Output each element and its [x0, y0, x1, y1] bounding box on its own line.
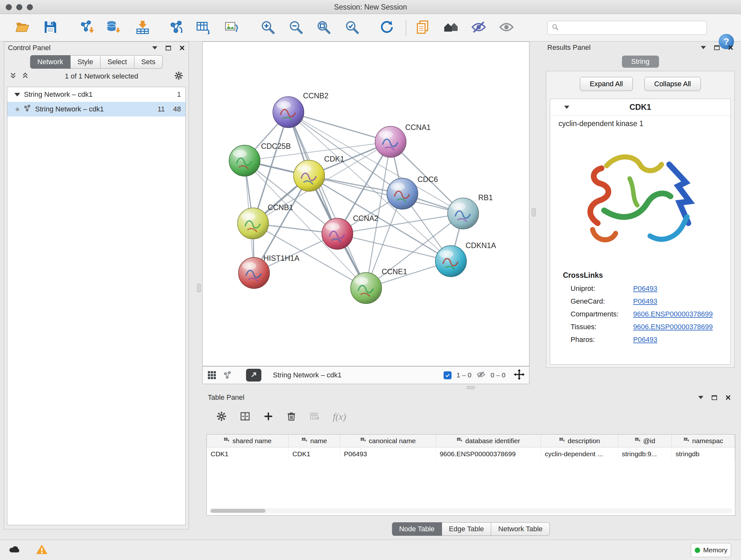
- table-row[interactable]: CDK1 CDK1 P06493 9606.ENSP00000378699 cy…: [207, 447, 735, 461]
- collection-count: 1: [177, 90, 181, 99]
- network-node-cdc25b[interactable]: CDC25B: [229, 142, 291, 176]
- network-node-ccna1[interactable]: CCNA1: [375, 123, 430, 158]
- show-graphics-button[interactable]: [496, 16, 517, 39]
- import-table-button[interactable]: [132, 16, 153, 39]
- memory-button[interactable]: Memory: [691, 543, 731, 557]
- column-header[interactable]: database identifier: [436, 435, 541, 447]
- home-view-button[interactable]: [440, 16, 461, 39]
- collapse-card-icon[interactable]: [564, 106, 569, 109]
- network-edge[interactable]: [288, 112, 391, 142]
- network-node-rb1[interactable]: RB1: [448, 193, 493, 229]
- import-network-file-button[interactable]: [76, 16, 97, 39]
- hide-graphics-button[interactable]: [468, 16, 489, 39]
- close-panel-icon[interactable]: ×: [179, 45, 185, 51]
- zoom-out-button[interactable]: [285, 16, 307, 39]
- node-label: CCNB2: [303, 91, 328, 100]
- tab-network[interactable]: Network: [30, 55, 71, 69]
- panel-menu-icon[interactable]: [152, 46, 157, 50]
- selected-checkbox-icon[interactable]: [444, 371, 452, 379]
- splitter-handle-right[interactable]: [532, 208, 536, 216]
- tab-style[interactable]: Style: [71, 55, 100, 69]
- open-in-window-button[interactable]: [246, 369, 261, 381]
- network-glyph-icon[interactable]: [222, 370, 232, 380]
- expand-all-button[interactable]: Expand All: [580, 77, 633, 91]
- close-panel-icon[interactable]: ×: [728, 44, 733, 51]
- database-import-icon: [106, 19, 121, 36]
- network-selection-status: 1 of 1 Network selected: [33, 72, 170, 80]
- column-header[interactable]: description: [541, 435, 618, 447]
- search-input[interactable]: [562, 24, 703, 32]
- expand-all-icon[interactable]: [21, 71, 29, 81]
- create-column-button[interactable]: [263, 411, 273, 422]
- column-header[interactable]: namespac: [672, 435, 735, 447]
- float-panel-icon[interactable]: [714, 45, 720, 50]
- network-tree: String Network – cdk1 1 String Network –…: [7, 87, 186, 525]
- titlebar: Session: New Session: [0, 0, 741, 14]
- refresh-button[interactable]: [376, 16, 397, 39]
- column-header[interactable]: canonical name: [340, 435, 436, 447]
- tab-node-table[interactable]: Node Table: [392, 522, 442, 536]
- horizontal-scrollbar[interactable]: [209, 508, 732, 513]
- save-session-button[interactable]: [40, 16, 61, 39]
- open-session-button[interactable]: [12, 16, 33, 39]
- float-panel-icon[interactable]: [712, 395, 717, 400]
- column-header[interactable]: shared name: [207, 435, 288, 447]
- memory-status-dot: [695, 548, 700, 553]
- delete-table-button-disabled[interactable]: [309, 411, 320, 423]
- tab-select[interactable]: Select: [100, 55, 134, 69]
- column-header[interactable]: @id: [618, 435, 672, 447]
- zoom-fit-button[interactable]: [313, 16, 334, 39]
- network-node-cdkn1a[interactable]: CDKN1A: [435, 241, 496, 277]
- tab-sets[interactable]: Sets: [134, 55, 163, 69]
- network-view[interactable]: CCNB2CCNA1CDC25BCDK1CDC6RB1CCNB1CCNA2CDK…: [202, 42, 529, 366]
- collapse-tree-icon[interactable]: [14, 93, 20, 97]
- show-columns-button[interactable]: [240, 411, 251, 423]
- network-node-hist1h1a[interactable]: HIST1H1A: [239, 254, 299, 289]
- zoom-in-button[interactable]: [257, 16, 278, 39]
- network-graph[interactable]: CCNB2CCNA1CDC25BCDK1CDC6RB1CCNB1CCNA2CDK…: [203, 42, 529, 366]
- cloud-status-button[interactable]: [8, 543, 21, 557]
- compartments-link[interactable]: 9606.ENSP00000378699: [633, 310, 713, 318]
- new-table-button[interactable]: [192, 16, 213, 39]
- network-node-cdk1[interactable]: CDK1: [293, 155, 344, 191]
- table-settings-button[interactable]: [216, 411, 227, 423]
- network-node-ccnb1[interactable]: CCNB1: [238, 203, 293, 239]
- delete-column-button[interactable]: [286, 411, 296, 422]
- string-tab[interactable]: String: [622, 56, 659, 68]
- import-network-database-button[interactable]: [103, 16, 124, 39]
- birdseye-toggle-icon[interactable]: [207, 370, 217, 380]
- panel-menu-icon[interactable]: [698, 396, 703, 399]
- tab-edge-table[interactable]: Edge Table: [442, 522, 491, 536]
- pharos-link[interactable]: P06493: [633, 335, 657, 344]
- copy-button[interactable]: [412, 16, 433, 39]
- tissues-link[interactable]: 9606.ENSP00000378699: [633, 323, 713, 331]
- hidden-eye-icon[interactable]: [476, 370, 485, 380]
- tab-network-table[interactable]: Network Table: [491, 522, 550, 536]
- warnings-button[interactable]: [35, 543, 49, 557]
- uniprot-link[interactable]: P06493: [633, 285, 657, 293]
- zoom-selected-button[interactable]: [341, 16, 362, 39]
- refresh-icon: [379, 19, 394, 36]
- genecard-link[interactable]: P06493: [633, 297, 657, 306]
- network-edge[interactable]: [288, 112, 366, 288]
- pan-crosshair-icon[interactable]: [514, 369, 525, 381]
- column-header[interactable]: name: [288, 435, 340, 447]
- splitter-handle-bottom[interactable]: [467, 386, 475, 389]
- network-node-cdc6[interactable]: CDC6: [387, 175, 438, 209]
- scrollbar-thumb[interactable]: [211, 509, 266, 513]
- function-builder-button-disabled[interactable]: f(x): [333, 411, 346, 422]
- network-row[interactable]: String Network – cdk1 11 48: [7, 102, 185, 117]
- network-collection-row[interactable]: String Network – cdk1 1: [7, 87, 185, 102]
- export-image-button[interactable]: [221, 16, 242, 39]
- new-network-button[interactable]: [165, 16, 186, 39]
- collapse-all-button[interactable]: Collapse All: [644, 77, 701, 91]
- protein-card: CDK1 cyclin-dependent kinase 1 Cross: [550, 99, 731, 365]
- close-panel-icon[interactable]: ×: [725, 394, 731, 401]
- gear-icon[interactable]: [174, 71, 184, 82]
- network-node-ccnb2[interactable]: CCNB2: [273, 91, 328, 128]
- panel-menu-icon[interactable]: [701, 46, 706, 49]
- float-panel-icon[interactable]: [165, 46, 171, 51]
- splitter-handle-left[interactable]: [197, 284, 201, 292]
- network-edge[interactable]: [309, 176, 463, 213]
- collapse-all-icon[interactable]: [9, 71, 17, 81]
